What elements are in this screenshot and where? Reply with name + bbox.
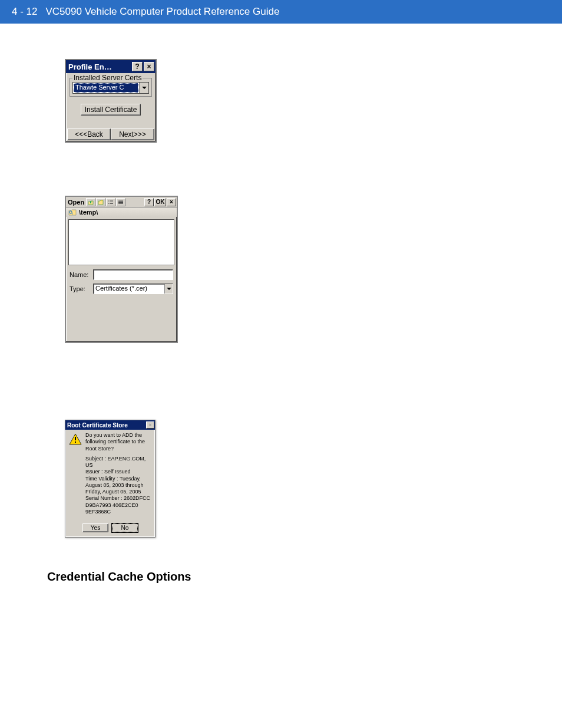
path-bar[interactable]: \temp\ xyxy=(66,207,177,217)
type-value: Certificates (*.cer) xyxy=(94,284,164,294)
warning-icon xyxy=(69,433,82,445)
name-input[interactable] xyxy=(93,269,173,280)
no-button[interactable]: No xyxy=(112,523,138,532)
type-label: Type: xyxy=(70,285,90,292)
profile-entry-dialog: Profile En… ? × Installed Server Certs T… xyxy=(65,59,157,143)
folder-up-icon[interactable] xyxy=(86,198,95,206)
path-text: \temp\ xyxy=(79,209,98,216)
cert-details: Subject : EAP.ENG.COM, US Issuer : Self … xyxy=(85,456,151,515)
root-cert-store-dialog: Root Certificate Store × Do you want to … xyxy=(65,420,156,538)
group-label: Installed Server Certs xyxy=(72,74,143,82)
svg-rect-11 xyxy=(75,437,76,440)
close-button[interactable]: × xyxy=(146,421,154,429)
page-header: 4 - 12 VC5090 Vehicle Computer Product R… xyxy=(0,0,562,24)
open-dialog-titlebar: Open ? OK × xyxy=(66,197,177,207)
cert-dropdown-value: Thawte Server C xyxy=(74,83,138,93)
open-file-dialog: Open ? OK × \temp\ xyxy=(65,196,178,343)
name-label: Name: xyxy=(70,271,90,278)
new-folder-icon[interactable] xyxy=(96,198,105,206)
chevron-down-icon[interactable] xyxy=(164,284,173,294)
type-dropdown[interactable]: Certificates (*.cer) xyxy=(93,284,173,294)
next-button[interactable]: Next>>> xyxy=(111,129,154,140)
dialog-title: Profile En… xyxy=(68,62,131,71)
ok-button[interactable]: OK xyxy=(154,198,166,206)
back-button[interactable]: <<<Back xyxy=(67,129,111,140)
yes-button[interactable]: Yes xyxy=(82,523,108,532)
dialog-titlebar: Root Certificate Store × xyxy=(65,420,155,430)
confirm-question: Do you want to ADD the following certifi… xyxy=(85,432,151,452)
svg-rect-7 xyxy=(118,201,123,202)
details-view-icon[interactable] xyxy=(116,198,125,206)
dialog-titlebar: Profile En… ? × xyxy=(66,60,156,73)
folder-search-icon xyxy=(68,209,77,216)
doc-title: VC5090 Vehicle Computer Product Referenc… xyxy=(45,6,279,18)
svg-rect-3 xyxy=(110,202,113,202)
list-view-icon[interactable] xyxy=(106,198,115,206)
open-label: Open xyxy=(67,199,85,206)
install-certificate-button[interactable]: Install Certificate xyxy=(81,104,141,116)
chevron-down-icon[interactable] xyxy=(139,83,148,93)
section-heading: Credential Cache Options xyxy=(47,570,562,584)
close-button[interactable]: × xyxy=(167,198,176,206)
help-button[interactable]: ? xyxy=(144,198,154,206)
cert-dropdown[interactable]: Thawte Server C xyxy=(72,82,149,94)
svg-rect-12 xyxy=(75,442,76,443)
dialog-title: Root Certificate Store xyxy=(67,422,146,429)
svg-rect-6 xyxy=(118,200,123,200)
svg-rect-5 xyxy=(110,203,113,204)
svg-rect-9 xyxy=(118,203,123,204)
svg-rect-0 xyxy=(108,200,109,200)
installed-certs-group: Installed Server Certs Thawte Server C xyxy=(70,78,152,97)
svg-rect-4 xyxy=(108,203,109,204)
close-button[interactable]: × xyxy=(144,62,154,71)
page-number: 4 - 12 xyxy=(12,6,37,18)
svg-rect-2 xyxy=(108,202,109,202)
svg-rect-8 xyxy=(118,202,123,203)
page-content: Profile En… ? × Installed Server Certs T… xyxy=(0,24,562,607)
file-list[interactable] xyxy=(68,219,174,265)
help-button[interactable]: ? xyxy=(132,62,143,71)
svg-rect-1 xyxy=(110,200,113,200)
